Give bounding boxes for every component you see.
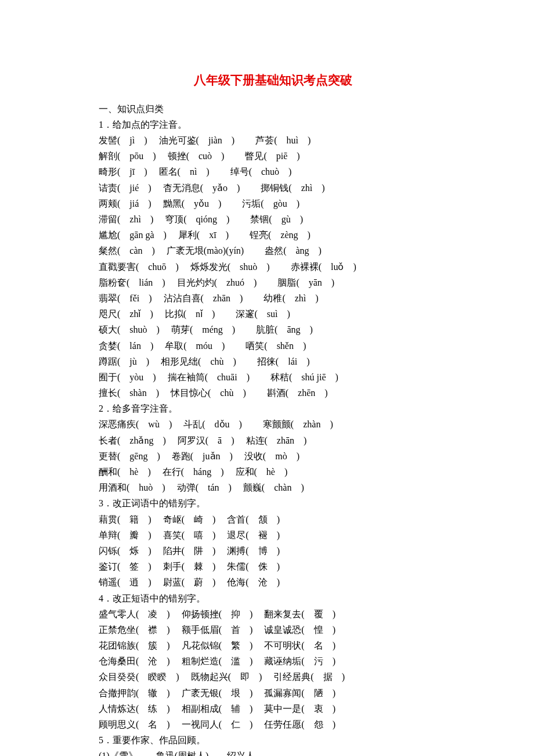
- section-header: 一、知识点归类: [99, 101, 447, 117]
- content-line: 长者( zhǎng ) 阿罗汉( ā ) 粘连( zhān ): [99, 433, 447, 448]
- content-line: 盛气零人( 凌 ) 仰扬顿挫( 抑 ) 翻来复去( 覆 ): [99, 606, 447, 622]
- content-line: 硕大( shuò ) 萌芽( méng ) 肮脏( āng ): [99, 322, 447, 337]
- content-line: 销遥( 逍 ) 尉蓝( 蔚 ) 伧海( 沧 ): [99, 574, 447, 590]
- question-header: 4．改正短语中的错别字。: [99, 591, 447, 606]
- content-line: 脂粉奁( lián ) 目光灼灼( zhuó ) 胭脂( yān ): [99, 275, 447, 290]
- content-line: 用酒和( huò ) 动弹( tán ) 颤巍( chàn ): [99, 480, 447, 495]
- question-header: 3．改正词语中的错别字。: [99, 495, 447, 511]
- question-header: 2．给多音字注音。: [99, 401, 447, 416]
- content-line: 鉴订( 签 ) 刺手( 棘 ) 朱儒( 侏 ): [99, 559, 447, 574]
- item-suffix: (周树人)——绍兴人: [175, 751, 255, 756]
- content-line: 藉贯( 籍 ) 奇岖( 崎 ) 含首( 颔 ): [99, 512, 447, 527]
- page-title: 八年级下册基础知识考点突破: [99, 70, 447, 91]
- content-line: 尴尬( gān gà ) 犀利( xī ) 锃亮( zèng ): [99, 227, 447, 243]
- content-line: 酬和( hè ) 在行( háng ) 应和( hè ): [99, 464, 447, 480]
- item-prefix: (1)《雪》——: [99, 751, 156, 756]
- content-line: 合撤押韵( 辙 ) 广袤无银( 垠 ) 孤漏寡闻( 陋 ): [99, 685, 447, 701]
- content-line: 正禁危坐( 襟 ) 额手低眉( 首 ) 诚皇诚恐( 惶 ): [99, 622, 447, 638]
- content-line: 粲然( càn ) 广袤无垠(mào)(yín) 盎然( àng ): [99, 243, 447, 258]
- content-line: 蹲踞( jù ) 相形见绌( chù ) 招徕( lái ): [99, 354, 447, 369]
- content-line: 单辩( 瓣 ) 喜笑( 嘻 ) 退尽( 褪 ): [99, 527, 447, 543]
- question-header: 5．重要作家、作品回顾。: [99, 732, 447, 748]
- content-line: 翡翠( fěi ) 沾沾自喜( zhān ) 幼稚( zhì ): [99, 290, 447, 306]
- list-item: (1)《雪》——鲁迅(周树人)——绍兴人: [99, 748, 447, 756]
- content-line: 咫尺( zhǐ ) 比拟( nǐ ) 深邃( suì ): [99, 306, 447, 322]
- content-line: 仓海桑田( 沧 ) 粗制烂造( 滥 ) 藏诬纳垢( 污 ): [99, 653, 447, 669]
- content-line: 诘责( jié ) 杳无消息( yǎo ) 掷铜钱( zhì ): [99, 180, 447, 196]
- content-line: 解剖( pōu ) 顿挫( cuò ) 瞥见( piē ): [99, 148, 447, 164]
- content-line: 深恶痛疾( wù ) 斗乱( dǒu ) 寒颤颤( zhàn ): [99, 416, 447, 432]
- content-line: 花团锦族( 簇 ) 凡花似锦( 繁 ) 不可明状( 名 ): [99, 638, 447, 653]
- content-line: 闪铄( 烁 ) 陷井( 阱 ) 渊搏( 博 ): [99, 543, 447, 559]
- content-line: 更替( gēng ) 卷跑( juǎn ) 没收( mò ): [99, 448, 447, 464]
- content-line: 擅长( shàn ) 怵目惊心( chù ) 斟酒( zhēn ): [99, 385, 447, 401]
- content-line: 直戳要害( chuō ) 烁烁发光( shuò ) 赤裸裸( luǒ ): [99, 259, 447, 275]
- content-line: 众目癸癸( 睽睽 ) 既物起兴( 即 ) 引经居典( 据 ): [99, 669, 447, 685]
- content-line: 囿于( yòu ) 揣在袖筒( chuāi ) 秫秸( shú jiē ): [99, 369, 447, 385]
- content-line: 发髻( jì ) 油光可鉴( jiàn ) 芦荟( huì ): [99, 132, 447, 148]
- content-line: 畸形( jī ) 匿名( nì ) 绰号( chuò ): [99, 164, 447, 179]
- content-line: 滞留( zhì ) 穹顶( qióng ) 禁锢( gù ): [99, 211, 447, 227]
- content-line: 人情炼达( 练 ) 相副相成( 辅 ) 莫中一是( 衷 ): [99, 701, 447, 717]
- content-line: 贪婪( lán ) 牟取( móu ) 哂笑( shěn ): [99, 338, 447, 354]
- content-line: 两颊( jiá ) 黝黑( yǒu ) 污垢( gòu ): [99, 196, 447, 211]
- question-header: 1．给加点的字注音。: [99, 117, 447, 132]
- content-line: 顾明思义( 名 ) 一视同人( 仁 ) 任劳任愿( 怨 ): [99, 717, 447, 732]
- item-author: 鲁迅: [156, 751, 175, 756]
